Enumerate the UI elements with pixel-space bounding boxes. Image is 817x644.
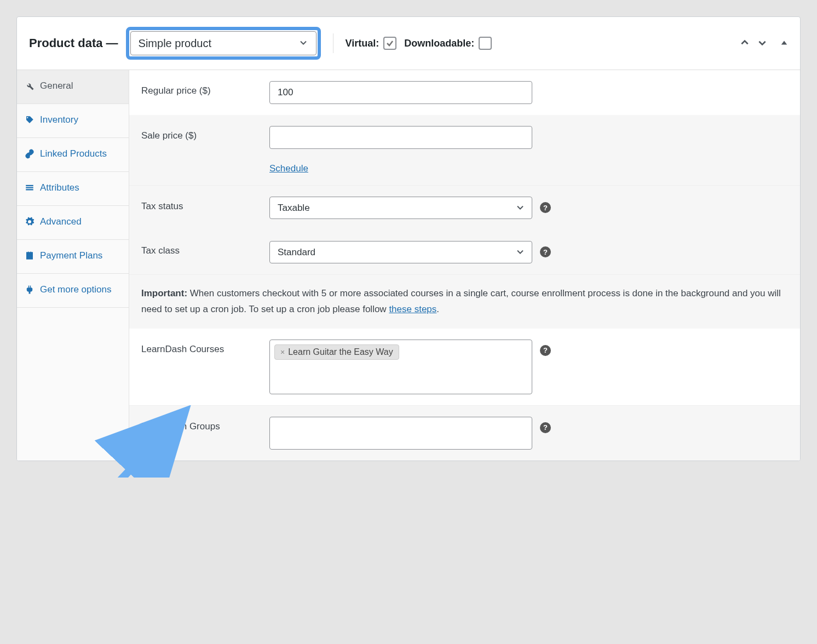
notice-text-1: When customers checkout with 5 or more a… — [141, 288, 781, 314]
schedule-link[interactable]: Schedule — [269, 163, 308, 174]
regular-price-input[interactable] — [269, 81, 532, 104]
help-icon[interactable]: ? — [540, 246, 551, 257]
downloadable-toggle: Downloadable: — [404, 37, 492, 50]
row-learndash-courses: LearnDash Courses × Learn Guitar the Eas… — [129, 329, 800, 405]
virtual-checkbox[interactable] — [383, 37, 396, 50]
panel-body: General Inventory Linked Products Attrib… — [17, 70, 800, 461]
tab-label: Attributes — [40, 182, 79, 194]
move-up-icon[interactable] — [740, 38, 750, 49]
sale-price-label: Sale price ($) — [141, 126, 256, 141]
list-icon — [25, 183, 34, 196]
virtual-label: Virtual: — [346, 38, 379, 49]
tabs-sidebar: General Inventory Linked Products Attrib… — [17, 70, 129, 461]
tab-label: Advanced — [40, 216, 82, 228]
tab-linked-products[interactable]: Linked Products — [17, 138, 129, 172]
tab-label: Inventory — [40, 114, 78, 126]
row-tax-status: Tax status Taxable ? — [129, 185, 800, 230]
tab-advanced[interactable]: Advanced — [17, 206, 129, 240]
tax-class-select[interactable]: Standard — [269, 241, 532, 263]
tab-general[interactable]: General — [17, 70, 129, 104]
tab-content: Regular price ($) Sale price ($) Schedul… — [129, 70, 800, 461]
help-icon[interactable]: ? — [540, 422, 551, 433]
calendar-icon — [25, 251, 34, 263]
move-down-icon[interactable] — [757, 38, 767, 49]
tag-icon — [25, 115, 34, 128]
gear-icon — [25, 217, 34, 229]
tab-label: General — [40, 80, 73, 92]
sale-price-input[interactable] — [269, 126, 532, 149]
learndash-courses-input[interactable]: × Learn Guitar the Easy Way — [269, 340, 532, 394]
notice-text-2: . — [436, 304, 439, 314]
help-icon[interactable]: ? — [540, 202, 551, 213]
tax-status-label: Tax status — [141, 197, 256, 212]
product-type-highlight: Simple product — [126, 27, 321, 60]
row-tax-class: Tax class Standard ? — [129, 230, 800, 274]
downloadable-checkbox[interactable] — [479, 37, 492, 50]
tax-class-label: Tax class — [141, 241, 256, 256]
panel-header: Product data — Simple product Virtual: D… — [17, 17, 800, 70]
notice-bold: Important: — [141, 288, 187, 298]
notice-link[interactable]: these steps — [389, 304, 436, 314]
panel-title: Product data — — [29, 36, 118, 50]
tab-label: Get more options — [40, 284, 111, 296]
tax-status-select[interactable]: Taxable — [269, 197, 532, 219]
tab-attributes[interactable]: Attributes — [17, 172, 129, 206]
tab-label: Linked Products — [40, 148, 107, 160]
tab-payment-plans[interactable]: Payment Plans — [17, 240, 129, 274]
cron-notice: Important: When customers checkout with … — [129, 274, 800, 329]
wrench-icon — [25, 81, 34, 94]
panel-handle-actions — [740, 38, 788, 49]
row-learndash-groups: LearnDash Groups ? — [129, 405, 800, 461]
row-regular-price: Regular price ($) — [129, 70, 800, 115]
learndash-courses-label: LearnDash Courses — [141, 340, 256, 355]
tag-label: Learn Guitar the Easy Way — [288, 347, 393, 357]
virtual-toggle: Virtual: — [346, 37, 397, 50]
plug-icon — [25, 285, 34, 297]
learndash-groups-input[interactable] — [269, 417, 532, 450]
course-tag: × Learn Guitar the Easy Way — [274, 344, 399, 360]
collapse-icon[interactable] — [780, 39, 788, 48]
product-data-panel: Product data — Simple product Virtual: D… — [16, 16, 801, 461]
separator — [333, 33, 333, 53]
downloadable-label: Downloadable: — [404, 38, 474, 49]
regular-price-label: Regular price ($) — [141, 81, 256, 96]
help-icon[interactable]: ? — [540, 345, 551, 356]
tab-get-more-options[interactable]: Get more options — [17, 274, 129, 308]
link-icon — [25, 149, 34, 162]
tab-label: Payment Plans — [40, 250, 102, 262]
row-sale-price: Sale price ($) Schedule — [129, 115, 800, 185]
learndash-groups-label: LearnDash Groups — [141, 417, 256, 432]
product-type-select[interactable]: Simple product — [130, 31, 317, 55]
remove-tag-icon[interactable]: × — [280, 348, 285, 357]
tab-inventory[interactable]: Inventory — [17, 104, 129, 138]
